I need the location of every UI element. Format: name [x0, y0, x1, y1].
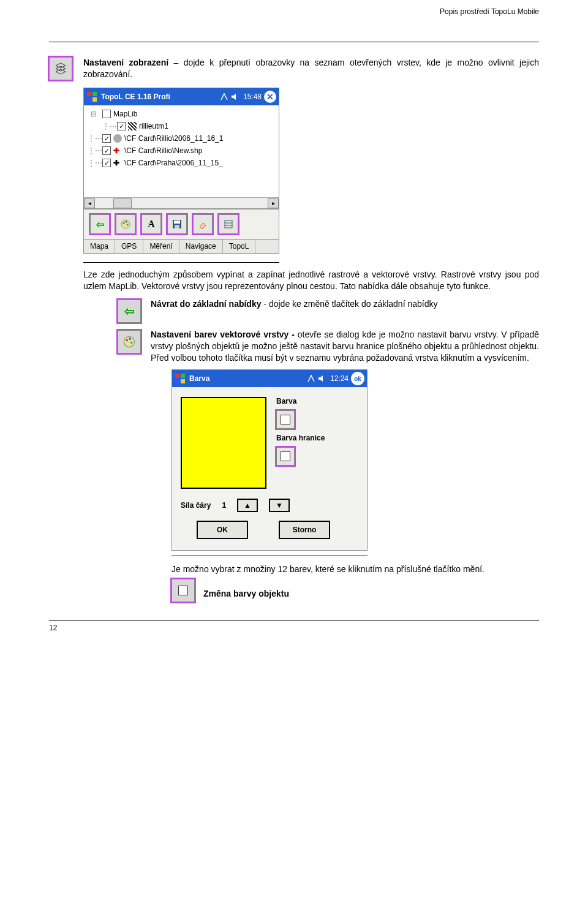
checkbox[interactable] — [102, 110, 111, 118]
svg-marker-15 — [200, 223, 206, 229]
page-number: 12 — [49, 624, 539, 632]
svg-rect-5 — [87, 97, 91, 102]
tree-item-label: \CF Card\Praha\2006_11_15_ — [124, 159, 223, 167]
header-rule — [49, 42, 539, 42]
svg-rect-23 — [175, 374, 179, 378]
label-border-color: Barva hranice — [276, 434, 325, 442]
tab-mereni[interactable]: Měření — [143, 240, 179, 253]
tree-item[interactable]: ⋮⋯ ✓ ✚ \CF Card\Praha\2006_11_15_ — [88, 157, 279, 169]
back-button[interactable]: ⇦ — [90, 214, 110, 234]
figure-rule — [172, 556, 368, 556]
scroll-right-button[interactable]: ▸ — [268, 198, 279, 208]
windows-flag-icon — [86, 91, 97, 102]
ok-button[interactable]: OK — [197, 521, 248, 539]
svg-rect-24 — [181, 374, 185, 378]
cancel-button[interactable]: Storno — [279, 521, 330, 539]
scroll-left-button[interactable]: ◂ — [84, 198, 95, 208]
paragraph-2: Lze zde jednoduchým způsobem vypínat a z… — [83, 269, 539, 292]
tree-item-label: rillieutm1 — [139, 122, 168, 130]
thickness-up-button[interactable]: ▲ — [237, 499, 258, 512]
tab-topol[interactable]: TopoL — [223, 240, 256, 253]
tree-item[interactable]: ⋮⋯ ✓ \CF Card\Rillio\2006_11_16_1 — [88, 132, 279, 145]
color-preview — [181, 397, 266, 489]
close-button[interactable]: ✕ — [264, 91, 276, 103]
svg-marker-2 — [56, 69, 66, 74]
properties-button[interactable] — [219, 214, 238, 234]
footer-rule — [49, 620, 539, 621]
color-grid-icon-box — [172, 579, 195, 602]
svg-rect-6 — [92, 97, 97, 102]
intro-bold: Nastavení zobrazení — [83, 58, 168, 67]
color-grid-icon — [281, 451, 290, 461]
svg-rect-3 — [87, 92, 91, 96]
connectivity-icon[interactable] — [307, 374, 315, 383]
pick-fill-color-button[interactable] — [276, 410, 295, 429]
connectivity-icon[interactable] — [220, 92, 228, 101]
svg-rect-26 — [181, 379, 185, 383]
bullet1-bold: Návrat do základní nabídky — [151, 299, 262, 309]
ok-confirm-button[interactable]: ok — [351, 372, 364, 385]
dialog-title: Barva — [189, 374, 209, 383]
layer-swatch-icon: ✚ — [113, 159, 122, 167]
tree-root[interactable]: ⊟ MapLib — [88, 108, 279, 120]
bullet-return: Návrat do základní nabídky - dojde ke zm… — [151, 298, 539, 310]
tree-root-label: MapLib — [113, 110, 137, 118]
checkbox[interactable]: ✓ — [102, 159, 111, 167]
checkbox[interactable]: ✓ — [117, 122, 126, 130]
svg-point-20 — [126, 339, 129, 342]
tab-navigace[interactable]: Navigace — [179, 240, 223, 253]
eraser-button[interactable] — [193, 214, 213, 234]
screenshot-color-dialog: Barva 12:24 ok Barva Barva hranice Síla … — [172, 369, 368, 551]
volume-icon[interactable] — [317, 374, 326, 383]
clock: 15:48 — [243, 92, 262, 101]
tree-item-label: \CF Card\Rillio\2006_11_16_1 — [124, 134, 223, 143]
tree-item-label: \CF Card\Rillio\New.shp — [124, 146, 202, 155]
svg-point-11 — [127, 224, 129, 226]
svg-point-22 — [130, 341, 133, 344]
label-color: Barva — [276, 397, 325, 405]
thickness-value: 1 — [222, 501, 226, 510]
layer-swatch-icon — [113, 134, 122, 143]
windows-flag-icon — [175, 373, 186, 384]
svg-point-9 — [123, 222, 125, 224]
svg-rect-25 — [175, 379, 179, 383]
tab-gps[interactable]: GPS — [115, 240, 143, 253]
tab-mapa[interactable]: Mapa — [84, 240, 115, 253]
app-title: TopoL CE 1.16 Profi — [101, 92, 170, 101]
svg-point-21 — [129, 338, 131, 340]
titlebar: TopoL CE 1.16 Profi 15:48 ✕ — [84, 88, 279, 105]
svg-marker-1 — [56, 66, 66, 71]
checkbox[interactable]: ✓ — [102, 146, 111, 155]
text-button[interactable]: A — [141, 214, 161, 234]
tree-item[interactable]: ⋮⋯ ✓ rillieutm1 — [88, 120, 279, 132]
scroll-thumb[interactable] — [113, 198, 132, 208]
tree-item[interactable]: ⋮⋯ ✓ ✚ \CF Card\Rillio\New.shp — [88, 145, 279, 157]
svg-rect-13 — [174, 221, 180, 224]
final-caption: Změna barvy objektu — [203, 589, 289, 602]
volume-icon[interactable] — [230, 92, 239, 101]
palette-button[interactable] — [116, 214, 135, 234]
header-section-title: Popis prostředí TopoLu Mobile — [440, 7, 539, 16]
color-grid-icon — [178, 586, 188, 595]
layer-swatch-icon — [128, 122, 137, 130]
toolbar: ⇦ A — [84, 208, 279, 239]
figure-rule — [83, 262, 279, 263]
bottom-tabs: Mapa GPS Měření Navigace TopoL — [84, 239, 279, 253]
final-paragraph: Je možno vybrat z množiny 12 barev, kter… — [172, 564, 539, 575]
save-button[interactable] — [167, 214, 187, 234]
intro-paragraph: Nastavení zobrazení – dojde k přepnutí o… — [83, 57, 539, 80]
color-grid-icon — [281, 415, 290, 424]
layers-icon — [49, 57, 72, 80]
checkbox[interactable]: ✓ — [102, 134, 111, 143]
layer-tree[interactable]: ⊟ MapLib ⋮⋯ ✓ rillieutm1 ⋮⋯ ✓ \CF Card\R… — [84, 105, 279, 197]
svg-rect-14 — [175, 225, 179, 228]
screenshot-layer-list: TopoL CE 1.16 Profi 15:48 ✕ ⊟ MapLib ⋮⋯ … — [83, 88, 279, 254]
svg-marker-27 — [318, 375, 323, 382]
bullet1-rest: - dojde ke změně tlačítek do základní na… — [262, 299, 438, 309]
dialog-titlebar: Barva 12:24 ok — [172, 370, 367, 387]
svg-rect-4 — [92, 92, 97, 96]
horizontal-scrollbar[interactable]: ◂ ▸ — [84, 197, 279, 208]
thickness-down-button[interactable]: ▼ — [269, 499, 290, 512]
pick-border-color-button[interactable] — [276, 447, 295, 466]
label-line-thickness: Síla čáry — [181, 501, 211, 510]
